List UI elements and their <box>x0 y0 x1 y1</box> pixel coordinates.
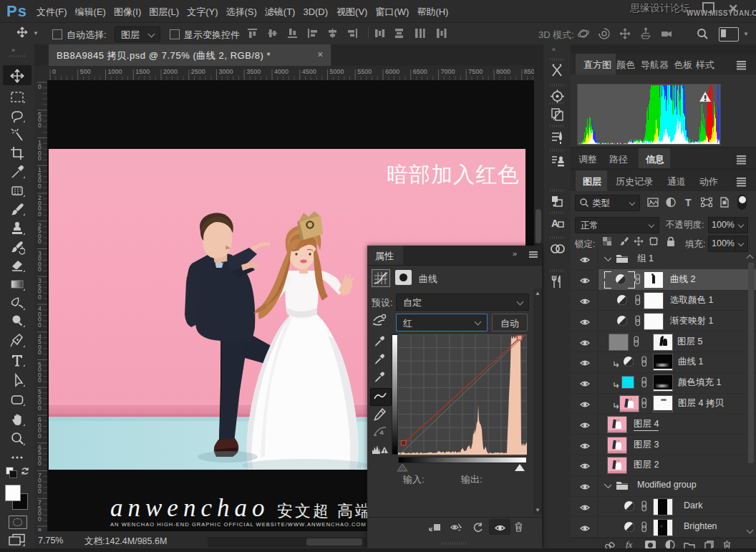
svg-text:500: 500 <box>80 68 91 75</box>
svg-text:0: 0 <box>38 238 42 245</box>
svg-text:6000: 6000 <box>385 68 399 75</box>
svg-text:6500: 6500 <box>413 68 427 75</box>
svg-text:7500: 7500 <box>468 68 483 75</box>
svg-text:T: T <box>685 197 692 208</box>
svg-text:0: 0 <box>52 68 56 75</box>
svg-text:4000: 4000 <box>274 68 289 75</box>
svg-text:0: 0 <box>38 155 42 162</box>
svg-text:2000: 2000 <box>163 68 178 75</box>
svg-text:0: 0 <box>38 210 42 218</box>
svg-text:8500: 8500 <box>524 68 534 75</box>
svg-text:4500: 4500 <box>302 68 316 75</box>
svg-text:1000: 1000 <box>108 68 122 75</box>
svg-text:7000: 7000 <box>441 68 455 75</box>
svg-text:0: 0 <box>38 294 42 301</box>
svg-text:0: 0 <box>38 432 42 440</box>
svg-text:0: 0 <box>38 122 42 129</box>
svg-text:5000: 5000 <box>330 68 344 75</box>
svg-text:A: A <box>551 218 558 229</box>
svg-text:0: 0 <box>38 405 42 412</box>
svg-text:0: 0 <box>38 515 42 523</box>
svg-text:0: 0 <box>38 349 42 356</box>
svg-text:3000: 3000 <box>219 68 233 75</box>
svg-text:0: 0 <box>38 83 42 90</box>
svg-text:0: 0 <box>38 266 42 273</box>
svg-text:2500: 2500 <box>191 68 205 75</box>
svg-text:0: 0 <box>38 321 42 329</box>
svg-text:0: 0 <box>38 377 42 384</box>
svg-text:0: 0 <box>38 183 42 190</box>
svg-text:1500: 1500 <box>135 68 150 75</box>
svg-text:3500: 3500 <box>246 68 261 75</box>
svg-text:0: 0 <box>38 488 42 495</box>
svg-text:8000: 8000 <box>496 68 510 75</box>
svg-text:5500: 5500 <box>357 68 372 75</box>
svg-text:暗部加入红色: 暗部加入红色 <box>387 163 520 186</box>
svg-text:0: 0 <box>38 460 42 467</box>
